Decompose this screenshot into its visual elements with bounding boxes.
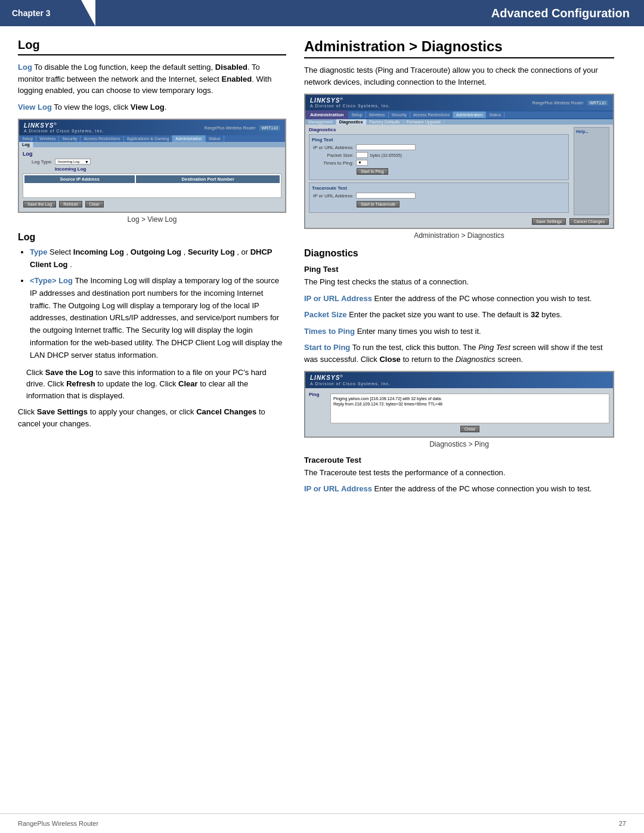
ip-label: IP or URL Address bbox=[304, 294, 372, 303]
main-content: Log Log To disable the Log function, kee… bbox=[0, 26, 644, 512]
linksys-log-screen: LINKSYS® A Division of Cisco Systems, In… bbox=[18, 119, 286, 212]
footer-right: 27 bbox=[619, 820, 626, 827]
incoming-log-label-row: Incoming Log bbox=[23, 166, 281, 172]
ping-linksys-logo: LINKSYS® A Division of Cisco Systems, In… bbox=[310, 374, 391, 385]
admin-diag-screenshot: LINKSYS® A Division of Cisco Systems, In… bbox=[304, 94, 614, 229]
log-intro-para: Log To disable the Log function, keep th… bbox=[18, 61, 286, 97]
save-cancel-row: Save Settings Cancel Changes bbox=[309, 218, 609, 225]
log-section-heading: Log bbox=[18, 38, 286, 55]
indent-block: Click Save the Log to save this informat… bbox=[18, 367, 286, 402]
nav-status: Status bbox=[206, 135, 224, 142]
save-settings-btn[interactable]: Save Settings bbox=[532, 218, 566, 225]
nav-wireless: Wireless bbox=[36, 135, 59, 142]
enabled-bold: Enabled bbox=[222, 75, 252, 83]
admin-linksys-logo: LINKSYS® A Division of Cisco Systems, In… bbox=[310, 97, 391, 108]
bullet-type-log: <Type> Log The Incoming Log will display… bbox=[30, 275, 286, 362]
refresh-btn[interactable]: Refresh bbox=[59, 201, 82, 208]
traceroute-section: Traceroute Test IP or URL Address: Start… bbox=[309, 182, 569, 213]
nav-tabs: Setup Wireless Security Access Restricti… bbox=[19, 135, 285, 142]
log-screen-body: Log Log Type: Incoming Log ▼ Incoming Lo… bbox=[19, 147, 285, 212]
admin-linksys-logo-block: LINKSYS® A Division of Cisco Systems, In… bbox=[310, 97, 391, 108]
admin-nav: Administration Setup Wireless Security A… bbox=[305, 110, 613, 119]
ping-logo-block: LINKSYS® A Division of Cisco Systems, In… bbox=[310, 374, 391, 385]
log-type-row: Log bbox=[23, 151, 281, 157]
ip-para: IP or URL Address Enter the address of t… bbox=[304, 293, 614, 305]
start-ping-para: Start to Ping To run the test, click thi… bbox=[304, 342, 614, 365]
ping-label: Ping bbox=[309, 392, 327, 433]
help-panel: Help... bbox=[574, 127, 609, 215]
linksys-logo-block: LINKSYS® A Division of Cisco Systems, In… bbox=[24, 122, 104, 133]
sub-mgmt: Management bbox=[305, 119, 336, 125]
log-bold-1: Log bbox=[18, 63, 32, 72]
sub-log: Log bbox=[19, 142, 33, 147]
view-log-line: View Log To view the logs, click View Lo… bbox=[18, 101, 286, 113]
nav-security: Security bbox=[59, 135, 80, 142]
cancel-changes-btn[interactable]: Cancel Changes bbox=[569, 218, 609, 225]
admin-diag-screen: LINKSYS® A Division of Cisco Systems, In… bbox=[305, 94, 614, 228]
header-right: RangePlus Wireless Router WRT110 bbox=[205, 125, 280, 131]
log-type-select-row: Log Type: Incoming Log ▼ bbox=[23, 159, 281, 165]
nav-apps: Applications & Gaming bbox=[124, 135, 173, 142]
log-bullet-list: Type Select Incoming Log , Outgoing Log … bbox=[18, 246, 286, 361]
left-column: Log Log To disable the Log function, kee… bbox=[18, 38, 286, 500]
col-dest-port: Destination Port Number bbox=[136, 175, 280, 183]
nav-security-2: Security bbox=[389, 112, 410, 118]
traceroute-intro: The Traceroute test tests the performanc… bbox=[304, 467, 614, 479]
linksys-logo: LINKSYS® A Division of Cisco Systems, In… bbox=[24, 122, 104, 133]
sub-firmware: Firmware Upgrade bbox=[404, 119, 445, 125]
packet-para: Packet Size Enter the packet size you wa… bbox=[304, 309, 614, 321]
log-btn-row[interactable]: Save the Log Refresh Clear bbox=[23, 200, 281, 208]
nav-status-2: Status bbox=[486, 112, 504, 118]
traceroute-heading: Traceroute Test bbox=[304, 456, 614, 465]
admin-screen-header: LINKSYS® A Division of Cisco Systems, In… bbox=[305, 95, 613, 110]
nav-setup-2: Setup bbox=[348, 112, 366, 118]
ping-result-screenshot: LINKSYS® A Division of Cisco Systems, In… bbox=[304, 371, 614, 437]
view-log-label: View Log bbox=[18, 103, 52, 112]
nav-admin: Administration bbox=[172, 135, 205, 142]
title-text: Advanced Configuration bbox=[491, 7, 630, 20]
log-table: Source IP Address Destination Port Numbe… bbox=[23, 174, 281, 198]
start-trace-btn[interactable]: Start to Traceroute bbox=[357, 201, 400, 208]
chapter-label: Chapter 3 bbox=[0, 0, 95, 26]
footer-left: RangePlus Wireless Router bbox=[18, 820, 98, 827]
chapter-text: Chapter 3 bbox=[12, 8, 51, 18]
log-screenshot-caption: Log > View Log bbox=[18, 215, 286, 224]
bullet-type: Type Select Incoming Log , Outgoing Log … bbox=[30, 246, 286, 271]
sub-tabs: Log bbox=[19, 142, 285, 147]
disabled-bold: Disabled bbox=[215, 63, 247, 72]
admin-diag-caption: Administration > Diagnostics bbox=[304, 231, 614, 240]
traceroute-ip-label: IP or URL Address bbox=[304, 484, 372, 493]
ping-screen-header: LINKSYS® A Division of Cisco Systems, In… bbox=[305, 372, 613, 388]
sub-diag: Diagnostics bbox=[336, 119, 367, 125]
nav-access: Access Restrictions bbox=[80, 135, 123, 142]
times-label: Times to Ping bbox=[304, 327, 355, 336]
admin-label: Administration bbox=[305, 110, 348, 119]
type-log-label: <Type> Log bbox=[30, 276, 73, 285]
ping-intro: The Ping test checks the status of a con… bbox=[304, 276, 614, 288]
admin-header-right: RangePlus Wireless Router WRT110 bbox=[532, 100, 608, 106]
sub-factory: Factory Defaults bbox=[367, 119, 404, 125]
ping-screenshot-caption: Diagnostics > Ping bbox=[304, 440, 614, 448]
nav-access-2: Access Restrictions bbox=[410, 112, 453, 118]
linksys-screen-header: LINKSYS® A Division of Cisco Systems, In… bbox=[19, 120, 285, 135]
save-log-btn[interactable]: Save the Log bbox=[23, 201, 56, 208]
page-header: Chapter 3 Advanced Configuration bbox=[0, 0, 644, 26]
col-source-ip: Source IP Address bbox=[24, 175, 135, 183]
diagnostics-subheading: Diagnostics bbox=[304, 248, 614, 259]
start-ping-btn[interactable]: Start to Ping bbox=[357, 168, 388, 175]
ping-result-screen: LINKSYS® A Division of Cisco Systems, In… bbox=[305, 371, 614, 436]
admin-diag-body: Diagnostics Ping Test IP or URL Address: bbox=[305, 125, 613, 228]
log-subsection-heading: Log bbox=[18, 232, 286, 243]
start-ping-label: Start to Ping bbox=[304, 343, 350, 352]
type-label: Type bbox=[30, 247, 47, 256]
close-btn[interactable]: Close bbox=[460, 426, 479, 432]
times-para: Times to Ping Enter many times you wish … bbox=[304, 326, 614, 337]
page-title: Advanced Configuration bbox=[95, 0, 644, 26]
nav-admin-2: Administration bbox=[453, 112, 486, 118]
admin-diag-heading: Administration > Diagnostics bbox=[304, 38, 614, 58]
admin-sub-tabs: Management Diagnostics Factory Defaults … bbox=[305, 119, 613, 125]
clear-btn[interactable]: Clear bbox=[85, 201, 104, 208]
admin-diag-intro: The diagnostic tests (Ping and Tracerout… bbox=[304, 64, 614, 88]
nav-wireless-2: Wireless bbox=[366, 112, 389, 118]
log-screenshot: LINKSYS® A Division of Cisco Systems, In… bbox=[18, 119, 286, 213]
